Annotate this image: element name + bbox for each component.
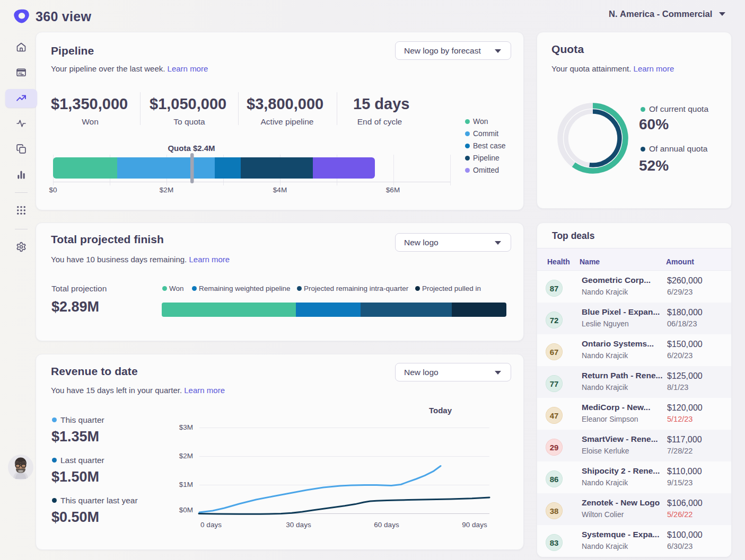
svg-text:$6M: $6M bbox=[386, 186, 400, 194]
svg-text:$0M: $0M bbox=[179, 506, 193, 514]
svg-text:$4M: $4M bbox=[273, 186, 287, 194]
svg-text:60 days: 60 days bbox=[374, 521, 399, 529]
svg-text:$1M: $1M bbox=[179, 481, 193, 488]
svg-text:30 days: 30 days bbox=[286, 521, 311, 529]
svg-text:$0: $0 bbox=[49, 186, 57, 194]
svg-text:$2M: $2M bbox=[160, 186, 173, 194]
svg-text:0 days: 0 days bbox=[200, 521, 222, 529]
svg-text:90 days: 90 days bbox=[462, 521, 487, 529]
svg-text:$2M: $2M bbox=[179, 452, 193, 460]
svg-text:$3M: $3M bbox=[179, 423, 193, 431]
svg-text:Quota $2.4M: Quota $2.4M bbox=[168, 144, 215, 153]
